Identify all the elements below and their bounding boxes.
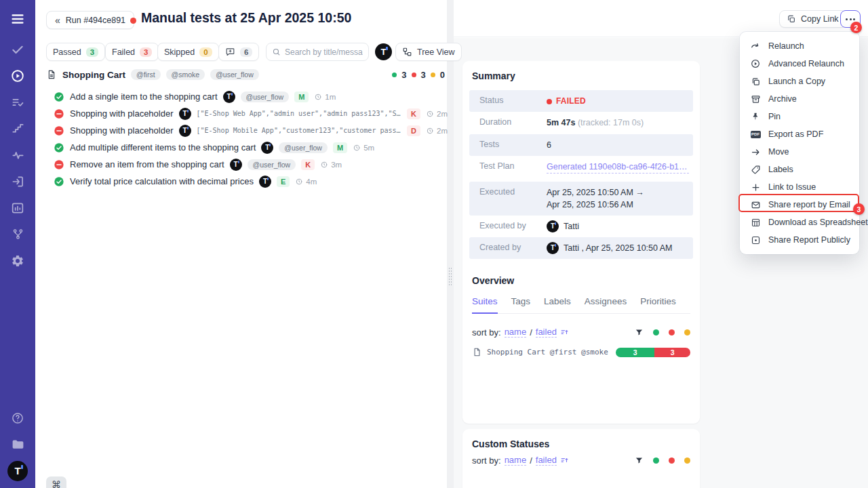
test-row[interactable]: Verify total price calculation with deci… [46, 173, 448, 190]
test-tag[interactable]: @user_flow [248, 159, 296, 170]
projects-icon[interactable] [0, 431, 35, 458]
sort-by-name-link[interactable]: name [505, 455, 527, 466]
tab-priorities[interactable]: Priorities [640, 296, 676, 313]
skipped-filter-dot[interactable] [684, 458, 690, 464]
failed-filter-chip[interactable]: Failed 3 [105, 43, 159, 61]
menu-item-relaunch[interactable]: Relaunch [740, 37, 859, 55]
passed-bar-segment: 3 [616, 348, 654, 357]
spreadsheet-icon [750, 217, 761, 228]
user-avatar[interactable]: T [375, 43, 392, 60]
back-chevrons-icon: « [55, 15, 60, 26]
menu-item-share-report-publicly[interactable]: Share Report Publicly [740, 231, 859, 249]
skipped-label: Skipped [164, 47, 195, 57]
failed-filter-dot[interactable] [669, 458, 675, 464]
menu-item-advanced-relaunch[interactable]: Advanced Relaunch [740, 55, 859, 73]
skipped-filter-chip[interactable]: Skipped 0 [157, 43, 219, 61]
runs-icon[interactable] [0, 62, 35, 89]
menu-item-launch-a-copy[interactable]: Launch a Copy [740, 73, 859, 90]
menu-icon[interactable] [0, 5, 35, 32]
suite-tag[interactable]: @first [131, 69, 161, 80]
test-row[interactable]: Shopping with placeholder T ["E-Shop Mob… [46, 122, 448, 139]
summary-row-executed: Executed Apr 25, 2025 10:50 AM → Apr 25,… [469, 182, 693, 216]
sort-by-name-link[interactable]: name [505, 327, 527, 338]
test-row[interactable]: Add multiple different items to the shop… [46, 139, 448, 156]
assignee-avatar: T [179, 108, 191, 120]
steps-icon[interactable] [0, 115, 35, 142]
filter-funnel-icon[interactable] [635, 328, 644, 337]
failed-filter-dot[interactable] [669, 329, 675, 336]
comments-filter-chip[interactable]: 6 [218, 43, 259, 61]
summary-card: Summary Status FAILED Duration 5m 47s (t… [462, 61, 700, 424]
settings-icon[interactable] [0, 247, 35, 274]
skipped-filter-dot[interactable] [684, 329, 690, 336]
passed-filter-dot[interactable] [653, 458, 659, 464]
test-row[interactable]: Add a single item to the shopping cart T… [46, 88, 448, 105]
suite-failed-count: 3 [421, 70, 426, 80]
overview-suite-row[interactable]: Shopping Cart @first @smoke … 3 3 [472, 347, 690, 357]
analytics-icon[interactable] [0, 195, 35, 221]
tab-suites[interactable]: Suites [472, 296, 498, 314]
clock-icon [353, 144, 361, 152]
tab-labels[interactable]: Labels [544, 296, 571, 313]
custom-statuses-card: Custom Statuses sort by: name / failed [462, 429, 700, 488]
test-tag[interactable]: @user_flow [279, 142, 328, 153]
overview-sort-row: sort by: name / failed [472, 327, 690, 338]
branch-icon[interactable] [0, 221, 35, 247]
assignee-avatar: T [261, 142, 273, 154]
menu-item-labels[interactable]: Labels [740, 161, 859, 178]
suite-tag[interactable]: @smoke [166, 69, 205, 80]
tests-icon[interactable] [0, 36, 35, 62]
passed-status-icon [54, 92, 64, 102]
menu-item-move[interactable]: Move [740, 143, 859, 161]
suite-row[interactable]: Shopping Cart @first @smoke @user_flow 3… [46, 68, 448, 81]
test-list: Shopping Cart @first @smoke @user_flow 3… [46, 68, 448, 190]
search-box [266, 43, 369, 61]
suite-name: Shopping Cart [62, 70, 125, 80]
suite-tag[interactable]: @user_flow [210, 69, 259, 80]
passed-label: Passed [53, 47, 81, 57]
assignee-avatar: T [223, 91, 235, 103]
sort-by-failed-link[interactable]: failed [536, 327, 557, 338]
duration-value: 5m 47s (tracked: 17m 0s) [547, 117, 689, 129]
copy-icon [787, 14, 796, 24]
help-icon[interactable] [0, 405, 35, 431]
test-title: Add a single item to the shopping cart [70, 92, 218, 102]
test-title: Verify total price calculation with deci… [70, 176, 254, 186]
checklist-icon[interactable] [0, 89, 35, 115]
test-example-data: ["E-Shop Mobile App","customer123","cust… [197, 127, 402, 134]
copy-link-button[interactable]: Copy Link [779, 10, 846, 28]
test-duration: 1m [314, 93, 336, 101]
tab-assignees[interactable]: Assignees [585, 296, 627, 313]
passed-dot-icon [392, 73, 397, 77]
arrow-right-icon [750, 146, 761, 157]
panel-resizer[interactable] [447, 0, 454, 488]
menu-item-share-report-by-email[interactable]: Share report by Email [740, 196, 859, 214]
failed-bar-segment: 3 [654, 348, 690, 357]
test-row[interactable]: Remove an item from the shopping cart T … [46, 156, 448, 173]
menu-item-link-to-issue[interactable]: Link to Issue [740, 178, 859, 196]
filter-funnel-icon[interactable] [635, 456, 644, 465]
import-icon[interactable] [0, 168, 35, 195]
pulse-icon[interactable] [0, 142, 35, 168]
passed-filter-chip[interactable]: Passed 3 [46, 43, 105, 61]
sort-by-failed-link[interactable]: failed [536, 455, 557, 466]
test-duration: 3m [320, 161, 342, 169]
search-input[interactable] [285, 47, 363, 57]
tree-view-button[interactable]: Tree View [395, 43, 462, 61]
back-to-run-button[interactable]: « Run #494ce891 [46, 11, 134, 29]
test-row[interactable]: Shopping with placeholder T ["E-Shop Web… [46, 105, 448, 122]
test-plan-link[interactable]: Generated 1190e08b-ca96-4f26-b10f-d6dc..… [547, 161, 689, 174]
failed-status-icon [54, 159, 64, 170]
passed-filter-dot[interactable] [653, 329, 659, 336]
menu-item-download-as-spreadsheet[interactable]: Download as Spreadsheet [740, 214, 859, 231]
executed-by-value: Tatti [564, 220, 579, 232]
tab-tags[interactable]: Tags [511, 296, 531, 313]
app-logo[interactable]: T [0, 458, 35, 484]
custom-statuses-title: Custom Statuses [462, 429, 700, 449]
menu-item-export-as-pdf[interactable]: PDF Export as PDF [740, 125, 859, 143]
more-actions-menu: Relaunch Advanced Relaunch Launch a Copy… [740, 32, 859, 254]
menu-item-pin[interactable]: Pin [740, 108, 859, 125]
test-tag[interactable]: @user_flow [241, 92, 290, 102]
keyboard-shortcut-badge[interactable]: ⌘ [46, 476, 66, 488]
menu-item-archive[interactable]: Archive [740, 90, 859, 108]
